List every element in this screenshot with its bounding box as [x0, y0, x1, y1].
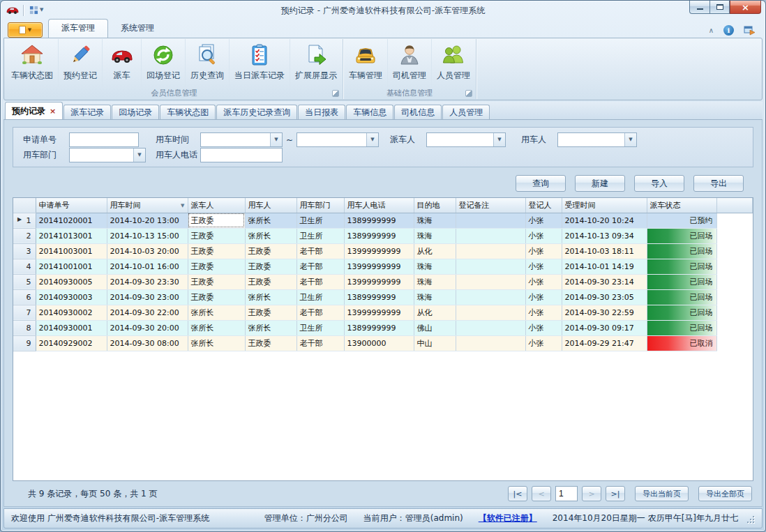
doc-tab-vehicle-status-map[interactable]: 车辆状态图 — [160, 105, 216, 119]
grid-cell[interactable]: 卫生所 — [296, 320, 344, 335]
grid-cell[interactable]: 20141013001 — [36, 228, 107, 243]
grid-cell[interactable]: 王政委 — [245, 243, 296, 259]
grid-cell[interactable]: 2014-10-13 09:34 — [562, 228, 647, 243]
col-header-destination[interactable]: 目的地 — [414, 198, 456, 213]
grid-cell[interactable]: 王政委 — [245, 305, 296, 320]
maximize-button[interactable] — [709, 1, 730, 14]
grid-cell[interactable]: 小张 — [525, 289, 562, 305]
department-select[interactable]: ▼ — [69, 148, 146, 162]
grid-cell[interactable]: 从化 — [414, 243, 456, 259]
use-time-to-select[interactable]: ▼ — [296, 132, 379, 147]
grid-cell[interactable]: 1389999999 — [344, 289, 414, 305]
table-row[interactable]: ▶1201410200012014-10-20 13:00王政委张所长卫生所13… — [13, 213, 753, 228]
grid-cell[interactable]: 20141001001 — [36, 259, 107, 274]
grid-cell[interactable] — [456, 335, 525, 351]
grid-cell[interactable]: 小张 — [525, 228, 562, 243]
grid-cell[interactable]: 13999999999 — [344, 259, 414, 274]
next-page-button[interactable]: > — [582, 486, 601, 501]
doc-tab-dispatch-history-query[interactable]: 派车历史记录查询 — [216, 105, 297, 119]
table-row[interactable]: 6201409300032014-09-30 23:00王政委张所长卫生所138… — [13, 289, 753, 305]
dispatch-status-cell[interactable]: 已回场 — [647, 243, 716, 259]
grid-cell[interactable]: 13900000 — [344, 335, 414, 351]
doc-tab-vehicle-info[interactable]: 车辆信息 — [346, 105, 393, 119]
doc-tab-dispatch-records[interactable]: 派车记录 — [63, 105, 111, 119]
grid-cell[interactable] — [456, 305, 525, 320]
driver-management-button[interactable]: 司机管理 — [388, 39, 432, 87]
resize-grip[interactable] — [745, 514, 755, 524]
grid-cell[interactable]: 小张 — [525, 259, 562, 274]
grid-cell[interactable]: 珠海 — [414, 289, 456, 305]
dialog-launcher-icon[interactable] — [465, 90, 472, 97]
extended-screen-button[interactable]: 扩展屏显示 — [290, 39, 342, 87]
row-indicator[interactable]: 3 — [13, 243, 36, 259]
dispatch-status-cell[interactable]: 已回场 — [647, 259, 716, 274]
row-indicator[interactable]: ▶1 — [13, 213, 36, 228]
row-indicator[interactable]: 6 — [13, 289, 36, 305]
grid-cell[interactable]: 张所长 — [245, 213, 296, 228]
grid-cell[interactable]: 王政委 — [188, 289, 245, 305]
grid-cell[interactable]: 2014-10-13 15:00 — [107, 228, 188, 243]
grid-cell[interactable]: 卫生所 — [296, 213, 344, 228]
dropdown-button[interactable]: ▼ — [493, 133, 505, 146]
col-header-accept-time[interactable]: 受理时间 — [562, 198, 647, 213]
personnel-management-button[interactable]: 人员管理 — [432, 39, 475, 87]
dropdown-button[interactable]: ▼ — [624, 133, 636, 146]
ribbon-tab-system[interactable]: 系统管理 — [108, 20, 167, 38]
grid-cell[interactable]: 老干部 — [296, 243, 344, 259]
col-header-department[interactable]: 用车部门 — [296, 198, 344, 213]
dispatch-status-cell[interactable]: 已回场 — [647, 305, 716, 320]
dialog-launcher-icon[interactable] — [332, 90, 339, 97]
col-header-application-no[interactable]: 申请单号 — [36, 198, 107, 213]
query-button[interactable]: 查询 — [516, 175, 566, 192]
grid-cell[interactable] — [456, 289, 525, 305]
doc-tab-return-records[interactable]: 回场记录 — [112, 105, 159, 119]
table-row[interactable]: 9201409290022014-09-30 08:00张所长王政委老干部139… — [13, 335, 753, 351]
dispatch-status-cell[interactable]: 已取消 — [647, 335, 716, 351]
new-button[interactable]: 新建 — [575, 175, 625, 192]
col-header-phone[interactable]: 用车人电话 — [344, 198, 414, 213]
daily-dispatch-records-button[interactable]: 当日派车记录 — [230, 39, 290, 87]
return-register-button[interactable]: 回场登记 — [142, 39, 186, 87]
row-indicator-header[interactable] — [13, 198, 36, 213]
row-indicator[interactable]: 9 — [13, 335, 36, 351]
grid-cell[interactable]: 从化 — [414, 305, 456, 320]
doc-tab-reservation-records[interactable]: 预约记录 × — [5, 102, 63, 119]
row-indicator[interactable]: 2 — [13, 228, 36, 243]
grid-cell[interactable]: 13999999999 — [344, 274, 414, 289]
col-header-use-time[interactable]: ▼用车时间 — [107, 198, 188, 213]
table-row[interactable]: 4201410010012014-10-01 16:00王政委王政委老干部139… — [13, 259, 753, 274]
grid-cell[interactable]: 1389999999 — [344, 320, 414, 335]
minimize-button[interactable] — [689, 1, 709, 14]
grid-cell[interactable]: 老干部 — [296, 274, 344, 289]
col-header-registrar[interactable]: 登记人 — [525, 198, 562, 213]
table-row[interactable]: 8201409300012014-09-30 20:00张所长张所长卫生所138… — [13, 320, 753, 335]
grid-cell[interactable]: 小张 — [525, 243, 562, 259]
row-indicator[interactable]: 8 — [13, 320, 36, 335]
close-button[interactable]: × — [730, 1, 761, 14]
first-page-button[interactable]: |< — [508, 486, 527, 501]
collapse-ribbon-icon[interactable]: ∧ — [709, 26, 714, 34]
doc-tab-driver-info[interactable]: 司机信息 — [394, 105, 442, 119]
table-row[interactable]: 3201410030012014-10-03 20:00王政委王政委老干部139… — [13, 243, 753, 259]
grid-cell[interactable]: 20141020001 — [36, 213, 107, 228]
grid-cell[interactable]: 1389999999 — [344, 228, 414, 243]
grid-cell[interactable]: 王政委 — [188, 243, 245, 259]
dispatch-status-cell[interactable]: 已回场 — [647, 228, 716, 243]
license-registered-link[interactable]: 【软件已注册】 — [479, 512, 537, 524]
dispatch-status-cell[interactable]: 已回场 — [647, 274, 716, 289]
grid-cell[interactable]: 王政委 — [245, 335, 296, 351]
doc-tab-personnel-management[interactable]: 人员管理 — [442, 105, 490, 119]
col-header-dispatch-status[interactable]: 派车状态 — [647, 198, 716, 213]
grid-cell[interactable]: 小张 — [525, 213, 562, 228]
switch-windows-icon[interactable] — [744, 24, 756, 36]
reservation-register-button[interactable]: 预约登记 — [59, 39, 103, 87]
table-row[interactable]: 2201410130012014-10-13 15:00王政委张所长卫生所138… — [13, 228, 753, 243]
grid-cell[interactable]: 2014-09-30 22:59 — [562, 305, 647, 320]
grid-cell[interactable]: 王政委 — [188, 274, 245, 289]
grid-cell[interactable]: 2014-10-20 13:00 — [107, 213, 188, 228]
grid-cell[interactable]: 王政委 — [188, 228, 245, 243]
grid-cell[interactable]: 小张 — [525, 274, 562, 289]
titlebar[interactable]: ▼ 预约记录 - 广州爱奇迪软件科技有限公司-派车管理系统 × — [3, 1, 763, 20]
grid-cell[interactable] — [456, 320, 525, 335]
export-all-pages-button[interactable]: 导出全部页 — [698, 486, 752, 501]
